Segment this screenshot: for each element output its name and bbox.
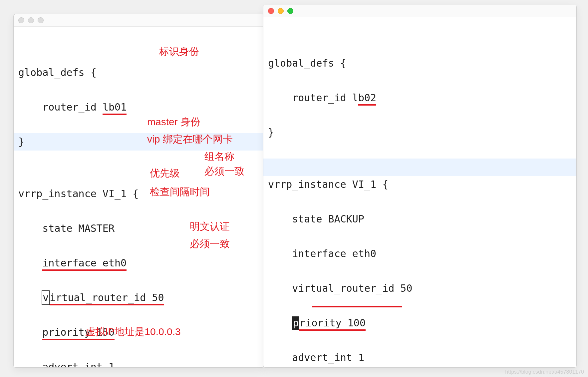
text bbox=[18, 361, 42, 368]
annotation-interval: 检查间隔时间 bbox=[150, 185, 210, 199]
code-line: virtual_router_id 50 bbox=[18, 289, 264, 306]
underlined-text: irtual_router_id 50 bbox=[50, 292, 164, 305]
code-line: interface eth0 bbox=[18, 254, 264, 272]
underlined-text: riority 100 bbox=[299, 317, 366, 331]
text: router_id l bbox=[268, 92, 358, 104]
editor-window-right: global_defs { router_id lb02 } vrrp_inst… bbox=[263, 5, 577, 368]
underlined-text: lb01 bbox=[103, 101, 127, 115]
code-line: global_defs { bbox=[18, 64, 264, 81]
minimize-icon[interactable] bbox=[278, 8, 284, 14]
close-icon[interactable] bbox=[268, 8, 274, 14]
underlined-text: interface eth0 bbox=[42, 257, 127, 271]
zoom-icon[interactable] bbox=[38, 17, 44, 23]
text bbox=[268, 317, 292, 329]
text bbox=[18, 292, 42, 303]
zoom-icon[interactable] bbox=[287, 8, 293, 14]
code-line: virtual_router_id 50 bbox=[268, 280, 576, 297]
annotation-plain-auth: 明文认证 bbox=[190, 220, 230, 233]
current-line-highlight bbox=[263, 159, 576, 176]
close-icon[interactable] bbox=[18, 17, 24, 23]
titlebar-left[interactable] bbox=[14, 14, 264, 27]
code-line: vrrp_instance VI_1 { bbox=[268, 176, 576, 193]
cursor: p bbox=[292, 316, 299, 330]
code-line: state BACKUP bbox=[268, 210, 576, 228]
code-line: interface eth0 bbox=[268, 245, 576, 262]
minimize-icon[interactable] bbox=[28, 17, 34, 23]
code-line: router_id lb02 bbox=[268, 89, 576, 107]
code-line: vrrp_instance VI_1 { bbox=[18, 185, 264, 202]
code-line: advert_int 1 bbox=[268, 349, 576, 366]
titlebar-right[interactable] bbox=[263, 5, 576, 17]
code-line: advert_int 1 bbox=[18, 358, 264, 368]
code-line: global_defs { bbox=[268, 55, 576, 72]
code-line: priority 100 bbox=[268, 314, 576, 332]
annotation-master: master 身份 bbox=[147, 115, 200, 129]
underlined-text: b02 bbox=[358, 92, 376, 106]
annotation-identity: 标识身份 bbox=[159, 45, 199, 59]
editor-left[interactable]: global_defs { router_id lb01 } vrrp_inst… bbox=[14, 27, 264, 368]
text: router_id bbox=[18, 101, 103, 113]
text bbox=[18, 257, 42, 269]
cursor: v bbox=[42, 290, 50, 305]
annotation-priority: 优先级 bbox=[150, 167, 180, 180]
annotation-must-match-2: 必须一致 bbox=[190, 237, 230, 251]
editor-window-left: global_defs { router_id lb01 } vrrp_inst… bbox=[13, 14, 264, 368]
watermark: https://blog.csdn.net/a457801170 bbox=[505, 369, 584, 375]
underlined-text: advert_int 1 bbox=[42, 361, 115, 368]
annotation-must-match: 必须一致 bbox=[204, 165, 244, 178]
annotation-vip-nic: vip 绑定在哪个网卡 bbox=[147, 133, 233, 146]
annotation-virtual-ip: 虚拟IP地址是10.0.0.3 bbox=[85, 325, 181, 339]
code-line: } bbox=[268, 124, 576, 141]
editor-right[interactable]: global_defs { router_id lb02 } vrrp_inst… bbox=[263, 17, 576, 368]
annotation-group-name: 组名称 bbox=[204, 150, 234, 164]
code-line: router_id lb01 bbox=[18, 99, 264, 116]
text bbox=[18, 326, 42, 338]
underline-ip-right bbox=[312, 306, 402, 307]
